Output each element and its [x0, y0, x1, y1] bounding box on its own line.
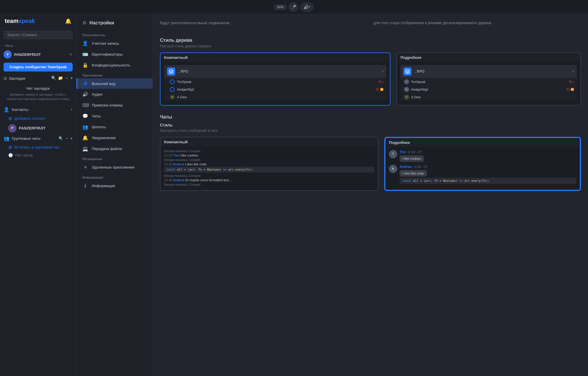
info-icon: ℹ [82, 183, 88, 189]
user-name: X-Dew [411, 95, 574, 99]
create-community-button[interactable]: Создать сообщество TeamSpeak [4, 63, 73, 71]
contact-name: PANZERFRUIT [19, 126, 73, 130]
settings-group-app: Приложение [76, 71, 153, 78]
close-icon[interactable]: ✕ [69, 52, 73, 57]
settings-item-audio[interactable]: 🔊 Аудио [76, 89, 153, 100]
detailed-chat-label: Подробнее [385, 137, 580, 147]
detailed-style-option[interactable]: Подробнее ...RPG ▾ [396, 52, 581, 106]
compact-style-option[interactable]: Компактный ...RPG ▾ [160, 52, 390, 106]
user-name: TimSpeak [177, 80, 376, 84]
settings-item-label: Информация [92, 184, 115, 188]
user-avatar: T [404, 79, 409, 84]
settings-item-appearance[interactable]: 🖥 Внешний вид [76, 78, 153, 89]
bookmark-chevron-icon[interactable]: ▾ [71, 76, 73, 81]
app-logo: teamspeak [5, 18, 35, 24]
msg-time: 12:34 [164, 154, 173, 157]
settings-item-label: Учетная запись [92, 41, 119, 46]
intro-text-left: будут располагаться выше подканалов. [160, 20, 368, 26]
user-name: HedgeH0g2 [411, 88, 565, 91]
user-icons: 🚫▪ [569, 80, 574, 83]
account-icon: 👤 [82, 41, 88, 46]
conv-label2: Беседа началась: Сегодня [164, 158, 374, 162]
group-add-icon[interactable]: ＋ [65, 136, 69, 141]
avatar: A [389, 165, 397, 173]
tree-section-subtitle: Настрой стиль дерева сервера [160, 44, 581, 48]
keybindings-icon: ⌨ [82, 102, 88, 108]
contact-item-panzerfruit[interactable]: P PANZERFRUIT [0, 123, 76, 134]
detailed-message-tim: T Tim 12:34 - СР I like cookies [389, 150, 576, 162]
settings-item-label: Шепоты [92, 125, 106, 129]
settings-item-label: Привязки клавиш [92, 103, 123, 107]
settings-item-label: Внешний вид [92, 81, 116, 86]
contacts-icon: 👤 [4, 107, 9, 112]
msg-time: 12:34 - СР [407, 151, 422, 154]
preview-user-xdew: X X-Dew [164, 93, 386, 101]
privacy-icon: 🔒 [82, 62, 88, 68]
left-sidebar: teamspeak 🔔 Search / Connect Чаты P PANZ… [0, 14, 76, 376]
chat-item-panzerfruit[interactable]: P PANZERFRUIT ✕ [0, 49, 76, 60]
volume-button[interactable]: 🔊 ▾ [300, 2, 313, 12]
empty-bookmarks-title: Нет закладок [5, 86, 71, 91]
settings-item-chats[interactable]: 💬 Чаты [76, 111, 153, 122]
add-contact-button[interactable]: ⊕ Добавить контакт [0, 114, 76, 123]
settings-item-addons[interactable]: ✳ Удаленные приложения [76, 162, 153, 173]
chat-styles-row: Компактный Беседа началась: Сегодня 12:3… [160, 137, 581, 191]
bookmark-search-icon[interactable]: 🔍 [51, 76, 56, 81]
user-icons: 🚫📶 [567, 88, 574, 91]
group-chats-header[interactable]: 👥 Групповые чаты 🔍 ＋ ▾ [0, 134, 76, 143]
settings-item-account[interactable]: 👤 Учетная запись [76, 38, 153, 49]
settings-item-info[interactable]: ℹ Информация [76, 180, 153, 191]
bookmark-add-icon[interactable]: ＋ [65, 76, 69, 81]
group-chevron-icon[interactable]: ▾ [71, 136, 73, 141]
user-name: TimSpeak [411, 80, 567, 84]
msg-author: Tim [173, 154, 180, 157]
logo-speak: speak [19, 18, 35, 24]
msg-time: 12:34 [164, 162, 173, 166]
message-content: Andrea 12:34 - СР I also like code const… [400, 165, 576, 184]
msg-author: Tim [400, 150, 406, 154]
compact-chat-option[interactable]: Компактный Беседа началась: Сегодня 12:3… [160, 137, 378, 191]
preview-server-header: ...RPG ▾ [164, 65, 386, 78]
whispers-icon: 👥 [82, 124, 88, 130]
intro-row: будут располагаться выше подканалов. для… [160, 20, 581, 32]
settings-item-privacy[interactable]: 🔒 Конфиденциальность [76, 60, 153, 71]
appearance-icon: 🖥 [82, 81, 88, 86]
chat-name: PANZERFRUIT [14, 52, 67, 57]
preview-user-row2-xdew: X X-Dew [400, 93, 577, 101]
msg-bubble: I also like code [400, 170, 427, 177]
preview-user-timspeak: TimSpeak 🚫▪ [164, 78, 386, 86]
contacts-chevron-icon[interactable]: ▾ [71, 108, 73, 112]
notifications-icon[interactable]: 🔔 [65, 18, 71, 24]
detailed-chat-option[interactable]: Подробнее T Tim 12:34 - СР I like cookie… [384, 137, 581, 191]
bookmark-folder-icon[interactable]: 📁 [58, 76, 63, 81]
user-icons: 🚫▪ [378, 80, 383, 83]
settings-item-label: Идентификаторы [92, 52, 123, 56]
audio-icon: 🔊 [82, 91, 88, 97]
user-avatar: X [404, 94, 409, 100]
user-icons: 🚫📶 [376, 88, 383, 91]
bookmarks-label: Закладки [9, 76, 49, 81]
user-status-circle [170, 87, 175, 92]
conv-label3: Беседа началась: Сегодня [164, 174, 374, 177]
filetransfer-icon: 💻 [82, 146, 88, 152]
mic-button[interactable]: 🎤 [289, 2, 298, 12]
contacts-header[interactable]: 👤 Контакты ▾ [0, 105, 76, 114]
settings-item-identifiers[interactable]: 🪪 Идентификаторы [76, 49, 153, 60]
settings-item-filetransfer[interactable]: 💻 Передача файла [76, 143, 153, 154]
user-name: X-Dew [177, 95, 383, 99]
msg-bubble: I like cookies [400, 155, 424, 162]
settings-item-keybindings[interactable]: ⌨ Привязки клавиш [76, 100, 153, 111]
group-chats-actions: 🔍 ＋ ▾ [59, 136, 73, 141]
msg-author: Andrea [400, 165, 412, 169]
msg-text: I also like code [185, 162, 207, 166]
settings-item-label: Уведомления [92, 136, 116, 140]
empty-bookmarks-desc: Добавьте сервер в закладки, чтобы с легк… [5, 92, 71, 102]
group-search-icon[interactable]: 🔍 [59, 136, 63, 141]
settings-item-notifications[interactable]: 🔔 Уведомления [76, 132, 153, 143]
settings-item-whispers[interactable]: 👥 Шепоты [76, 122, 153, 132]
clock-icon: 🕐 [8, 153, 13, 157]
detailed-message-andrea: A Andrea 12:34 - СР I also like code con… [389, 165, 576, 184]
join-group-button[interactable]: ⊕ Вступить в групповой чат [0, 143, 76, 152]
search-connect-input[interactable]: Search / Connect [4, 31, 73, 39]
server-badge[interactable]: RFK [275, 4, 287, 10]
